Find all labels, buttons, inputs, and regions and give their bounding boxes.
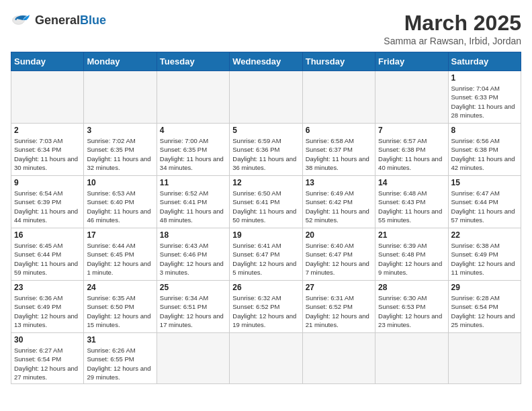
day-info: Sunrise: 6:27 AM Sunset: 6:54 PM Dayligh…: [14, 346, 81, 381]
weekday-header-saturday: Saturday: [448, 52, 521, 71]
day-info: Sunrise: 6:47 AM Sunset: 6:44 PM Dayligh…: [451, 189, 518, 224]
calendar-week-row: 23Sunrise: 6:36 AM Sunset: 6:49 PM Dayli…: [11, 281, 521, 333]
day-info: Sunrise: 6:53 AM Sunset: 6:40 PM Dayligh…: [87, 189, 153, 224]
day-number: 21: [378, 230, 445, 240]
day-number: 25: [160, 283, 226, 292]
day-number: 4: [160, 126, 226, 135]
calendar-day-cell: 28Sunrise: 6:30 AM Sunset: 6:53 PM Dayli…: [375, 281, 448, 333]
calendar-week-row: 9Sunrise: 6:54 AM Sunset: 6:39 PM Daylig…: [11, 176, 521, 228]
logo: GeneralBlue: [11, 11, 106, 30]
calendar-week-row: 30Sunrise: 6:27 AM Sunset: 6:54 PM Dayli…: [11, 333, 521, 384]
day-info: Sunrise: 6:59 AM Sunset: 6:36 PM Dayligh…: [232, 136, 299, 172]
calendar-day-cell: 20Sunrise: 6:40 AM Sunset: 6:47 PM Dayli…: [302, 228, 375, 281]
calendar-day-cell: [157, 333, 229, 384]
day-number: 6: [306, 126, 372, 135]
calendar-title: March 2025: [384, 11, 521, 36]
day-info: Sunrise: 6:48 AM Sunset: 6:43 PM Dayligh…: [378, 189, 445, 224]
calendar-day-cell: 15Sunrise: 6:47 AM Sunset: 6:44 PM Dayli…: [448, 176, 521, 228]
day-info: Sunrise: 6:45 AM Sunset: 6:44 PM Dayligh…: [14, 241, 81, 277]
calendar-day-cell: 11Sunrise: 6:52 AM Sunset: 6:41 PM Dayli…: [157, 176, 229, 228]
calendar-day-cell: 10Sunrise: 6:53 AM Sunset: 6:40 PM Dayli…: [84, 176, 157, 228]
day-number: 29: [451, 283, 518, 292]
generalblue-logo-icon: [11, 11, 32, 30]
day-number: 23: [14, 283, 81, 292]
day-number: 20: [306, 230, 372, 240]
calendar-day-cell: 12Sunrise: 6:50 AM Sunset: 6:41 PM Dayli…: [230, 176, 302, 228]
day-info: Sunrise: 6:44 AM Sunset: 6:45 PM Dayligh…: [87, 241, 153, 277]
calendar-day-cell: [302, 333, 375, 384]
day-info: Sunrise: 6:58 AM Sunset: 6:37 PM Dayligh…: [306, 136, 372, 172]
calendar-day-cell: 30Sunrise: 6:27 AM Sunset: 6:54 PM Dayli…: [11, 333, 84, 384]
day-info: Sunrise: 6:41 AM Sunset: 6:47 PM Dayligh…: [232, 241, 299, 277]
day-info: Sunrise: 6:40 AM Sunset: 6:47 PM Dayligh…: [306, 241, 372, 277]
day-number: 5: [232, 126, 299, 135]
day-number: 1: [451, 73, 518, 83]
calendar-day-cell: 22Sunrise: 6:38 AM Sunset: 6:49 PM Dayli…: [448, 228, 521, 281]
calendar-day-cell: 3Sunrise: 7:02 AM Sunset: 6:35 PM Daylig…: [84, 124, 157, 176]
calendar-day-cell: 31Sunrise: 6:26 AM Sunset: 6:55 PM Dayli…: [84, 333, 157, 384]
day-number: 10: [87, 178, 153, 187]
day-info: Sunrise: 6:54 AM Sunset: 6:39 PM Dayligh…: [14, 189, 81, 224]
calendar-subtitle: Samma ar Rawsan, Irbid, Jordan: [384, 36, 521, 46]
calendar-day-cell: 19Sunrise: 6:41 AM Sunset: 6:47 PM Dayli…: [230, 228, 302, 281]
calendar-day-cell: 6Sunrise: 6:58 AM Sunset: 6:37 PM Daylig…: [302, 124, 375, 176]
day-info: Sunrise: 6:38 AM Sunset: 6:49 PM Dayligh…: [451, 241, 518, 277]
weekday-header-sunday: Sunday: [11, 52, 84, 71]
day-number: 13: [306, 178, 372, 187]
day-number: 2: [14, 126, 81, 135]
day-info: Sunrise: 7:04 AM Sunset: 6:33 PM Dayligh…: [451, 84, 518, 120]
day-info: Sunrise: 7:00 AM Sunset: 6:35 PM Dayligh…: [160, 136, 226, 172]
day-number: 11: [160, 178, 226, 187]
day-number: 16: [14, 230, 81, 240]
calendar-day-cell: 7Sunrise: 6:57 AM Sunset: 6:38 PM Daylig…: [375, 124, 448, 176]
day-info: Sunrise: 6:26 AM Sunset: 6:55 PM Dayligh…: [87, 346, 153, 381]
day-info: Sunrise: 6:39 AM Sunset: 6:48 PM Dayligh…: [378, 241, 445, 277]
day-info: Sunrise: 7:02 AM Sunset: 6:35 PM Dayligh…: [87, 136, 153, 172]
calendar-day-cell: 1Sunrise: 7:04 AM Sunset: 6:33 PM Daylig…: [448, 71, 521, 124]
day-number: 31: [87, 335, 153, 345]
calendar-day-cell: 26Sunrise: 6:32 AM Sunset: 6:52 PM Dayli…: [230, 281, 302, 333]
day-number: 17: [87, 230, 153, 240]
calendar-day-cell: 27Sunrise: 6:31 AM Sunset: 6:52 PM Dayli…: [302, 281, 375, 333]
day-number: 14: [378, 178, 445, 187]
day-number: 30: [14, 335, 81, 345]
calendar-day-cell: 21Sunrise: 6:39 AM Sunset: 6:48 PM Dayli…: [375, 228, 448, 281]
title-area: March 2025 Samma ar Rawsan, Irbid, Jorda…: [384, 11, 521, 46]
day-number: 7: [378, 126, 445, 135]
calendar-day-cell: 13Sunrise: 6:49 AM Sunset: 6:42 PM Dayli…: [302, 176, 375, 228]
day-info: Sunrise: 6:36 AM Sunset: 6:49 PM Dayligh…: [14, 293, 81, 329]
day-info: Sunrise: 6:35 AM Sunset: 6:50 PM Dayligh…: [87, 293, 153, 329]
calendar-day-cell: 29Sunrise: 6:28 AM Sunset: 6:54 PM Dayli…: [448, 281, 521, 333]
day-info: Sunrise: 6:50 AM Sunset: 6:41 PM Dayligh…: [232, 189, 299, 224]
day-info: Sunrise: 6:57 AM Sunset: 6:38 PM Dayligh…: [378, 136, 445, 172]
day-info: Sunrise: 6:56 AM Sunset: 6:38 PM Dayligh…: [451, 136, 518, 172]
day-number: 22: [451, 230, 518, 240]
calendar-day-cell: [11, 71, 84, 124]
calendar-day-cell: 8Sunrise: 6:56 AM Sunset: 6:38 PM Daylig…: [448, 124, 521, 176]
calendar-day-cell: [448, 333, 521, 384]
calendar-day-cell: [375, 71, 448, 124]
weekday-header-wednesday: Wednesday: [230, 52, 302, 71]
day-number: 18: [160, 230, 226, 240]
calendar-day-cell: [375, 333, 448, 384]
calendar-day-cell: 24Sunrise: 6:35 AM Sunset: 6:50 PM Dayli…: [84, 281, 157, 333]
day-number: 3: [87, 126, 153, 135]
day-info: Sunrise: 6:52 AM Sunset: 6:41 PM Dayligh…: [160, 189, 226, 224]
day-number: 9: [14, 178, 81, 187]
weekday-header-tuesday: Tuesday: [157, 52, 229, 71]
day-info: Sunrise: 6:30 AM Sunset: 6:53 PM Dayligh…: [378, 293, 445, 329]
calendar-day-cell: 18Sunrise: 6:43 AM Sunset: 6:46 PM Dayli…: [157, 228, 229, 281]
day-info: Sunrise: 6:49 AM Sunset: 6:42 PM Dayligh…: [306, 189, 372, 224]
day-number: 8: [451, 126, 518, 135]
day-number: 24: [87, 283, 153, 292]
svg-point-1: [15, 18, 17, 20]
day-info: Sunrise: 6:28 AM Sunset: 6:54 PM Dayligh…: [451, 293, 518, 329]
calendar-day-cell: 5Sunrise: 6:59 AM Sunset: 6:36 PM Daylig…: [230, 124, 302, 176]
weekday-header-thursday: Thursday: [302, 52, 375, 71]
calendar-day-cell: 9Sunrise: 6:54 AM Sunset: 6:39 PM Daylig…: [11, 176, 84, 228]
calendar-day-cell: 17Sunrise: 6:44 AM Sunset: 6:45 PM Dayli…: [84, 228, 157, 281]
weekday-header-friday: Friday: [375, 52, 448, 71]
calendar-day-cell: [157, 71, 229, 124]
calendar-table: SundayMondayTuesdayWednesdayThursdayFrid…: [11, 52, 521, 384]
weekday-header-monday: Monday: [84, 52, 157, 71]
